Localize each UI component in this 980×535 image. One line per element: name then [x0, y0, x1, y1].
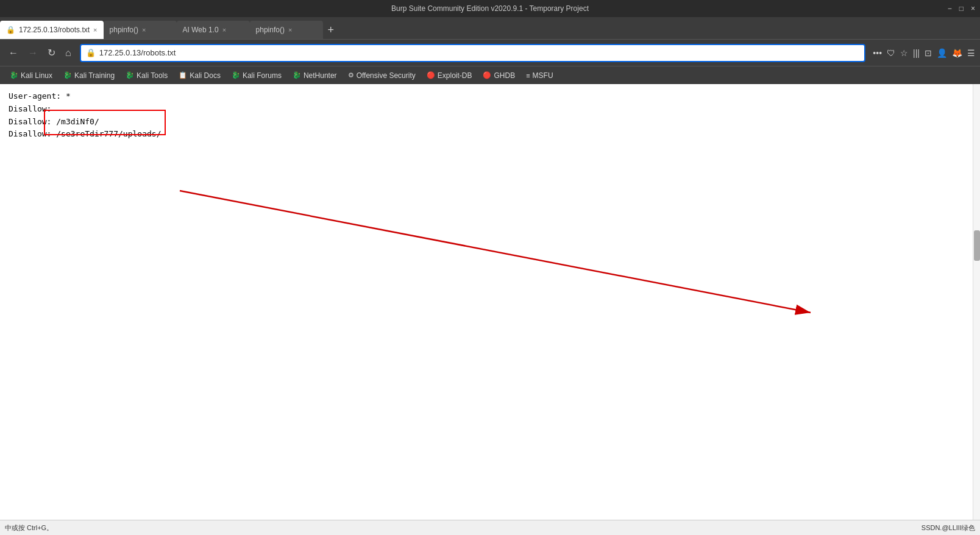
bookmark-icon: 🐉: [63, 71, 72, 79]
bookmark-label: Exploit-DB: [438, 71, 472, 80]
disallow-path-2: /se3reTdir777/uploads/: [56, 128, 161, 141]
home-button[interactable]: ⌂: [62, 45, 75, 61]
tab-phpinfo1[interactable]: phpinfo() ×: [104, 21, 177, 39]
bookmark-label: Kali Forums: [243, 71, 282, 80]
bookmark-label: Kali Docs: [190, 71, 221, 80]
robots-line-1: User-agent: *: [9, 90, 971, 103]
window-title: Burp Suite Community Edition v2020.9.1 -…: [391, 4, 589, 13]
address-bar[interactable]: 🔒: [80, 44, 866, 62]
tab-close[interactable]: ×: [222, 26, 226, 34]
bookmark-icon: 🔴: [483, 71, 491, 79]
more-button[interactable]: •••: [873, 48, 882, 58]
new-tab-button[interactable]: +: [323, 21, 339, 39]
tab-close[interactable]: ×: [288, 26, 292, 34]
tab-close[interactable]: ×: [142, 26, 146, 34]
lock-icon: 🔒: [86, 48, 96, 57]
disallow-label-3: Disallow:: [9, 128, 56, 141]
url-input[interactable]: [99, 48, 860, 57]
tab-label: 172.25.0.13/robots.txt: [19, 26, 90, 34]
tab-bar: 🔒 172.25.0.13/robots.txt × phpinfo() × A…: [0, 17, 980, 39]
bookmark-icon: 🐉: [232, 71, 240, 79]
svg-line-1: [180, 191, 811, 313]
bookmark-label: Kali Tools: [137, 71, 168, 80]
page-content: User-agent: * Disallow: Disallow: /m3diN…: [0, 84, 980, 520]
bookmark-label: NetHunter: [304, 71, 337, 80]
library-icon[interactable]: |||: [913, 48, 920, 58]
scrollbar[interactable]: [973, 84, 980, 520]
bookmarks-bar: 🐉 Kali Linux 🐉 Kali Training 🐉 Kali Tool…: [0, 66, 980, 84]
window-controls: − □ ×: [948, 4, 975, 13]
window-titlebar: Burp Suite Community Edition v2020.9.1 -…: [0, 0, 980, 17]
bookmark-icon: 🐉: [10, 71, 18, 79]
bookmark-icon: 🐉: [126, 71, 134, 79]
bookmark-icon: 🔴: [427, 71, 435, 79]
reload-button[interactable]: ↻: [44, 44, 59, 61]
bookmark-kali-docs[interactable]: 📋 Kali Docs: [174, 70, 225, 81]
bookmark-label: Kali Linux: [21, 71, 52, 80]
bookmark-label: MSFU: [533, 71, 553, 80]
useragent-label: User-agent: *: [9, 90, 71, 103]
bookmark-kali-training[interactable]: 🐉 Kali Training: [59, 70, 119, 81]
disallow-label-1: Disallow:: [9, 103, 51, 116]
firefox-icon: 🦊: [952, 48, 962, 58]
bookmark-icon: 📋: [179, 71, 187, 79]
status-right: SSDN.@LLIII绿色: [921, 523, 975, 533]
minimize-button[interactable]: −: [948, 4, 952, 13]
menu-button[interactable]: ☰: [967, 48, 975, 58]
disallow-label-2: Disallow:: [9, 116, 56, 129]
bookmark-kali-linux[interactable]: 🐉 Kali Linux: [5, 70, 57, 81]
bookmark-nethunter[interactable]: 🐉 NetHunter: [288, 70, 342, 81]
forward-button[interactable]: →: [24, 45, 41, 61]
bookmark-star-icon[interactable]: ☆: [900, 48, 908, 58]
shield-icon: 🛡: [887, 48, 895, 58]
bookmark-msfu[interactable]: ≡ MSFU: [521, 70, 558, 81]
account-icon[interactable]: 👤: [937, 48, 947, 58]
bookmark-icon: 🐉: [293, 71, 301, 79]
tab-label: AI Web 1.0: [183, 26, 219, 34]
robots-line-4: Disallow: /se3reTdir777/uploads/: [9, 128, 971, 141]
bookmark-label: Offensive Security: [357, 71, 416, 80]
bookmark-label: Kali Training: [74, 71, 115, 80]
robots-line-2: Disallow:: [9, 103, 971, 116]
tab-label: phpinfo(): [256, 26, 285, 34]
tab-aiweb[interactable]: AI Web 1.0 ×: [177, 21, 250, 39]
synced-tabs-icon[interactable]: ⊡: [925, 48, 932, 58]
annotation-arrow: [0, 84, 980, 520]
bookmark-icon: ⚙: [348, 71, 354, 79]
bookmark-offensive-security[interactable]: ⚙ Offensive Security: [343, 70, 421, 81]
scrollbar-thumb[interactable]: [974, 230, 980, 261]
bookmark-exploit-db[interactable]: 🔴 Exploit-DB: [422, 70, 477, 81]
back-button[interactable]: ←: [5, 45, 22, 61]
tab-close[interactable]: ×: [93, 26, 97, 34]
close-button[interactable]: ×: [971, 4, 975, 13]
status-bar: 中或按 Ctrl+G。 SSDN.@LLIII绿色: [0, 520, 980, 535]
tab-label: phpinfo(): [110, 26, 138, 34]
disallow-path-1: /m3diNf0/: [56, 116, 99, 129]
tab-favicon: 🔒: [6, 26, 15, 34]
bookmark-icon: ≡: [526, 72, 530, 79]
robots-line-3: Disallow: /m3diNf0/: [9, 116, 971, 129]
tab-robots[interactable]: 🔒 172.25.0.13/robots.txt ×: [0, 21, 104, 39]
status-left: 中或按 Ctrl+G。: [5, 523, 53, 533]
bookmark-label: GHDB: [494, 71, 515, 80]
bookmark-kali-forums[interactable]: 🐉 Kali Forums: [227, 70, 286, 81]
nav-icons: ••• 🛡 ☆ ||| ⊡ 👤 🦊 ☰: [873, 48, 975, 58]
tab-phpinfo2[interactable]: phpinfo() ×: [250, 21, 323, 39]
bookmark-kali-tools[interactable]: 🐉 Kali Tools: [121, 70, 172, 81]
nav-bar: ← → ↻ ⌂ 🔒 ••• 🛡 ☆ ||| ⊡ 👤 🦊 ☰: [0, 39, 980, 66]
maximize-button[interactable]: □: [959, 4, 964, 13]
bookmark-ghdb[interactable]: 🔴 GHDB: [478, 70, 520, 81]
